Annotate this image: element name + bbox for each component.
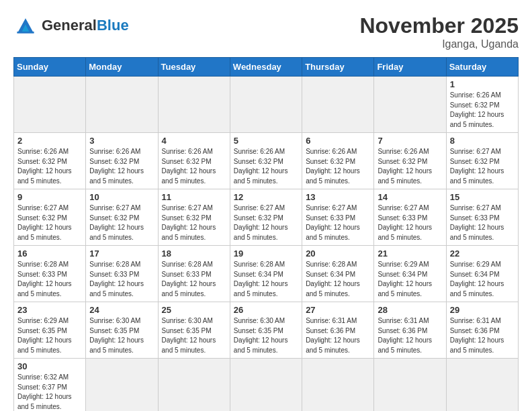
- calendar-day-cell: 12Sunrise: 6:27 AMSunset: 6:32 PMDayligh…: [230, 189, 302, 246]
- day-info: Sunrise: 6:28 AMSunset: 6:33 PMDaylight:…: [17, 260, 82, 299]
- day-number: 1: [450, 79, 515, 89]
- day-info: Sunrise: 6:28 AMSunset: 6:33 PMDaylight:…: [89, 260, 154, 299]
- calendar-day-cell: 27Sunrise: 6:31 AMSunset: 6:36 PMDayligh…: [302, 302, 374, 359]
- day-info: Sunrise: 6:27 AMSunset: 6:33 PMDaylight:…: [450, 203, 515, 242]
- day-number: 9: [17, 192, 82, 202]
- calendar-week-row: 30Sunrise: 6:32 AMSunset: 6:37 PMDayligh…: [14, 359, 519, 412]
- calendar-day-cell: 30Sunrise: 6:32 AMSunset: 6:37 PMDayligh…: [14, 359, 86, 412]
- day-number: 24: [89, 305, 154, 315]
- day-info: Sunrise: 6:28 AMSunset: 6:34 PMDaylight:…: [234, 260, 298, 299]
- day-info: Sunrise: 6:29 AMSunset: 6:34 PMDaylight:…: [378, 260, 442, 299]
- logo: GeneralBlue: [13, 13, 129, 38]
- day-number: 25: [162, 305, 226, 315]
- calendar-day-cell: 25Sunrise: 6:30 AMSunset: 6:35 PMDayligh…: [158, 302, 230, 359]
- day-number: 23: [17, 305, 82, 315]
- day-info: Sunrise: 6:30 AMSunset: 6:35 PMDaylight:…: [162, 316, 226, 355]
- calendar: Sunday Monday Tuesday Wednesday Thursday…: [13, 57, 519, 411]
- day-info: Sunrise: 6:29 AMSunset: 6:35 PMDaylight:…: [17, 316, 82, 355]
- calendar-day-cell: [86, 359, 158, 412]
- calendar-day-cell: 21Sunrise: 6:29 AMSunset: 6:34 PMDayligh…: [374, 246, 446, 302]
- month-title: November 2025: [359, 13, 519, 38]
- page-header: GeneralBlue November 2025 Iganga, Uganda: [13, 13, 519, 50]
- day-info: Sunrise: 6:28 AMSunset: 6:34 PMDaylight:…: [306, 260, 370, 299]
- calendar-day-cell: 3Sunrise: 6:26 AMSunset: 6:32 PMDaylight…: [86, 133, 158, 189]
- day-number: 26: [234, 305, 298, 315]
- calendar-day-cell: 15Sunrise: 6:27 AMSunset: 6:33 PMDayligh…: [446, 189, 518, 246]
- day-number: 3: [89, 136, 154, 146]
- col-monday: Monday: [86, 58, 158, 77]
- col-friday: Friday: [374, 58, 446, 77]
- day-number: 4: [162, 136, 226, 146]
- calendar-week-row: 9Sunrise: 6:27 AMSunset: 6:32 PMDaylight…: [14, 189, 519, 246]
- col-saturday: Saturday: [446, 58, 518, 77]
- day-number: 27: [306, 305, 370, 315]
- day-number: 19: [234, 248, 298, 259]
- calendar-day-cell: 5Sunrise: 6:26 AMSunset: 6:32 PMDaylight…: [230, 133, 302, 189]
- day-info: Sunrise: 6:26 AMSunset: 6:32 PMDaylight:…: [162, 147, 226, 186]
- calendar-day-cell: 7Sunrise: 6:26 AMSunset: 6:32 PMDaylight…: [374, 133, 446, 189]
- day-info: Sunrise: 6:27 AMSunset: 6:32 PMDaylight:…: [89, 203, 154, 242]
- day-info: Sunrise: 6:31 AMSunset: 6:36 PMDaylight:…: [378, 316, 442, 355]
- calendar-week-row: 1Sunrise: 6:26 AMSunset: 6:32 PMDaylight…: [14, 77, 519, 133]
- day-info: Sunrise: 6:31 AMSunset: 6:36 PMDaylight:…: [450, 316, 515, 355]
- calendar-day-cell: 14Sunrise: 6:27 AMSunset: 6:33 PMDayligh…: [374, 189, 446, 246]
- svg-rect-2: [17, 32, 34, 34]
- day-number: 22: [450, 248, 515, 259]
- calendar-day-cell: 17Sunrise: 6:28 AMSunset: 6:33 PMDayligh…: [86, 246, 158, 302]
- col-sunday: Sunday: [14, 58, 86, 77]
- day-info: Sunrise: 6:26 AMSunset: 6:32 PMDaylight:…: [17, 147, 82, 186]
- calendar-day-cell: [302, 359, 374, 412]
- calendar-week-row: 16Sunrise: 6:28 AMSunset: 6:33 PMDayligh…: [14, 246, 519, 302]
- day-number: 12: [234, 192, 298, 202]
- calendar-day-cell: 18Sunrise: 6:28 AMSunset: 6:33 PMDayligh…: [158, 246, 230, 302]
- calendar-day-cell: 22Sunrise: 6:29 AMSunset: 6:34 PMDayligh…: [446, 246, 518, 302]
- calendar-day-cell: [86, 77, 158, 133]
- day-info: Sunrise: 6:28 AMSunset: 6:33 PMDaylight:…: [162, 260, 226, 299]
- day-info: Sunrise: 6:31 AMSunset: 6:36 PMDaylight:…: [306, 316, 370, 355]
- calendar-day-cell: 11Sunrise: 6:27 AMSunset: 6:32 PMDayligh…: [158, 189, 230, 246]
- calendar-week-row: 2Sunrise: 6:26 AMSunset: 6:32 PMDaylight…: [14, 133, 519, 189]
- calendar-day-cell: 1Sunrise: 6:26 AMSunset: 6:32 PMDaylight…: [446, 77, 518, 133]
- logo-text: GeneralBlue: [42, 18, 129, 33]
- calendar-day-cell: 28Sunrise: 6:31 AMSunset: 6:36 PMDayligh…: [374, 302, 446, 359]
- calendar-day-cell: [230, 359, 302, 412]
- calendar-day-cell: 2Sunrise: 6:26 AMSunset: 6:32 PMDaylight…: [14, 133, 86, 189]
- calendar-day-cell: 16Sunrise: 6:28 AMSunset: 6:33 PMDayligh…: [14, 246, 86, 302]
- day-number: 10: [89, 192, 154, 202]
- day-number: 2: [17, 136, 82, 146]
- logo-icon: [13, 13, 38, 38]
- calendar-day-cell: 9Sunrise: 6:27 AMSunset: 6:32 PMDaylight…: [14, 189, 86, 246]
- day-number: 5: [234, 136, 298, 146]
- day-number: 28: [378, 305, 442, 315]
- calendar-day-cell: 8Sunrise: 6:27 AMSunset: 6:32 PMDaylight…: [446, 133, 518, 189]
- calendar-day-cell: 20Sunrise: 6:28 AMSunset: 6:34 PMDayligh…: [302, 246, 374, 302]
- day-number: 14: [378, 192, 442, 202]
- calendar-day-cell: [374, 359, 446, 412]
- calendar-day-cell: [230, 77, 302, 133]
- day-number: 21: [378, 248, 442, 259]
- calendar-header-row: Sunday Monday Tuesday Wednesday Thursday…: [14, 58, 519, 77]
- day-info: Sunrise: 6:26 AMSunset: 6:32 PMDaylight:…: [89, 147, 154, 186]
- day-number: 20: [306, 248, 370, 259]
- day-number: 17: [89, 248, 154, 259]
- calendar-day-cell: 23Sunrise: 6:29 AMSunset: 6:35 PMDayligh…: [14, 302, 86, 359]
- day-number: 8: [450, 136, 515, 146]
- calendar-day-cell: [14, 77, 86, 133]
- location: Iganga, Uganda: [359, 38, 519, 50]
- calendar-day-cell: 10Sunrise: 6:27 AMSunset: 6:32 PMDayligh…: [86, 189, 158, 246]
- calendar-week-row: 23Sunrise: 6:29 AMSunset: 6:35 PMDayligh…: [14, 302, 519, 359]
- day-number: 18: [162, 248, 226, 259]
- calendar-day-cell: [158, 77, 230, 133]
- day-info: Sunrise: 6:29 AMSunset: 6:34 PMDaylight:…: [450, 260, 515, 299]
- col-wednesday: Wednesday: [230, 58, 302, 77]
- day-number: 30: [17, 361, 82, 371]
- day-info: Sunrise: 6:27 AMSunset: 6:33 PMDaylight:…: [306, 203, 370, 242]
- calendar-day-cell: [374, 77, 446, 133]
- day-number: 29: [450, 305, 515, 315]
- calendar-day-cell: 6Sunrise: 6:26 AMSunset: 6:32 PMDaylight…: [302, 133, 374, 189]
- calendar-day-cell: 13Sunrise: 6:27 AMSunset: 6:33 PMDayligh…: [302, 189, 374, 246]
- day-number: 7: [378, 136, 442, 146]
- day-number: 13: [306, 192, 370, 202]
- title-block: November 2025 Iganga, Uganda: [359, 13, 519, 50]
- calendar-day-cell: 19Sunrise: 6:28 AMSunset: 6:34 PMDayligh…: [230, 246, 302, 302]
